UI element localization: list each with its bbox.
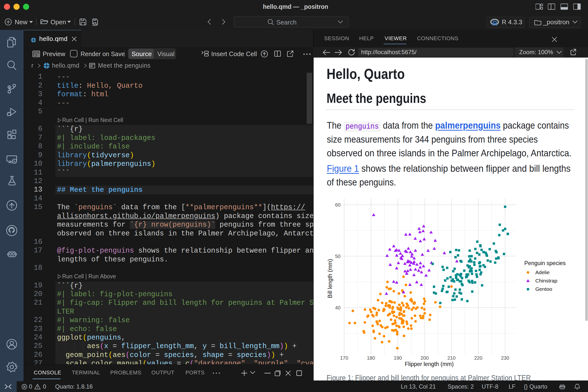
- svg-text:210: 210: [447, 355, 456, 361]
- svg-text:60: 60: [335, 202, 340, 208]
- svg-text:Bill length (mm): Bill length (mm): [327, 259, 333, 298]
- svg-text:230: 230: [501, 355, 509, 361]
- svg-text:Adelie: Adelie: [535, 270, 550, 275]
- svg-text:Penguin species: Penguin species: [524, 260, 566, 266]
- svg-text:200: 200: [421, 355, 429, 361]
- svg-text:180: 180: [367, 355, 375, 361]
- svg-text:Gentoo: Gentoo: [535, 286, 552, 292]
- svg-text:40: 40: [335, 305, 340, 310]
- svg-text:190: 190: [394, 355, 402, 361]
- svg-text:220: 220: [474, 355, 482, 361]
- svg-text:R: R: [492, 20, 497, 26]
- svg-text:Flipper length (mm): Flipper length (mm): [405, 361, 454, 367]
- svg-text:50: 50: [335, 254, 340, 259]
- svg-text:170: 170: [340, 355, 348, 361]
- svg-text:Chinstrap: Chinstrap: [535, 278, 558, 284]
